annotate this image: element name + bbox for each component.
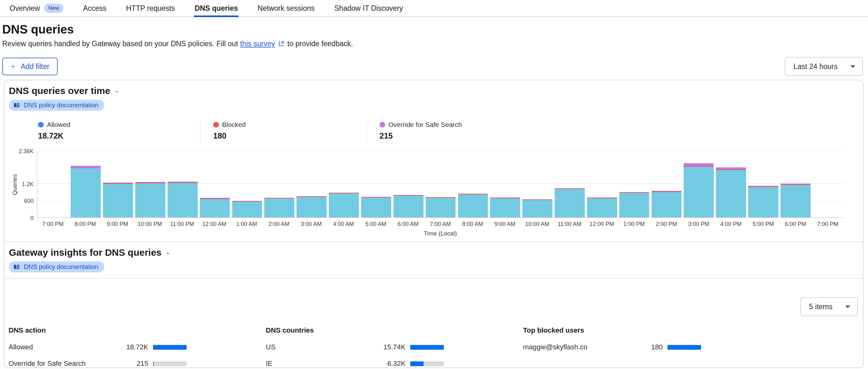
- row-bar-track: [668, 345, 701, 350]
- x-tick-label: 1:00 AM: [230, 221, 263, 228]
- x-tick-label: 6:00 AM: [392, 221, 424, 228]
- chart-plot-area[interactable]: [37, 151, 844, 218]
- bar-slot[interactable]: [102, 151, 134, 217]
- add-filter-button[interactable]: + Add filter: [2, 58, 58, 75]
- row-label: US: [266, 343, 379, 351]
- y-axis-title: Queries: [11, 174, 19, 195]
- bar-slot[interactable]: [263, 151, 296, 217]
- bar-segment-allowed: [297, 197, 327, 217]
- table-row[interactable]: IE6.32K: [266, 360, 444, 367]
- x-tick-label: 3:00 AM: [295, 221, 327, 228]
- bar-slot[interactable]: [650, 151, 683, 217]
- bar-slot[interactable]: [392, 151, 425, 217]
- chevron-down-icon: [845, 305, 850, 308]
- filter-toolbar: + Add filter Last 24 hours: [0, 57, 868, 76]
- collapse-toggle[interactable]: -: [115, 87, 118, 96]
- dns-policy-doc-link[interactable]: DNS policy documentation: [9, 261, 104, 272]
- table-row[interactable]: Allowed18.72K: [8, 343, 187, 351]
- tab-overview[interactable]: Overview New: [9, 0, 64, 16]
- x-tick-label: 1:00 PM: [618, 221, 650, 228]
- bar-slot[interactable]: [715, 151, 747, 217]
- tab-network-sessions[interactable]: Network sessions: [257, 0, 315, 16]
- bar-slot[interactable]: [134, 151, 167, 217]
- bar-slot[interactable]: [231, 151, 263, 217]
- bar-slot[interactable]: [683, 151, 715, 217]
- x-tick-label: 10:00 PM: [134, 221, 166, 228]
- book-icon: [13, 102, 20, 109]
- bar-segment-override-for-safe-search: [71, 166, 101, 168]
- bar-slot[interactable]: [425, 151, 457, 217]
- row-bar-track: [410, 345, 444, 350]
- bar-slot[interactable]: [812, 151, 844, 217]
- stacked-bar: [555, 188, 585, 217]
- stacked-bar: [619, 192, 649, 217]
- bar-segment-allowed: [329, 193, 359, 217]
- stacked-bar: [522, 199, 553, 217]
- bar-segment-allowed: [522, 200, 553, 217]
- bar-slot[interactable]: [457, 151, 489, 217]
- stacked-bar: [652, 191, 682, 217]
- bar-segment-allowed: [490, 198, 520, 217]
- x-tick-label: 2:00 PM: [650, 221, 683, 228]
- items-count-value: 5 items: [809, 303, 833, 311]
- bar-segment-allowed: [71, 168, 101, 217]
- items-count-select[interactable]: 5 items: [800, 297, 858, 316]
- tab-http-requests[interactable]: HTTP requests: [125, 0, 176, 16]
- bar-slot[interactable]: [296, 151, 328, 217]
- tab-overview-label: Overview: [9, 4, 40, 13]
- stacked-bar: [297, 196, 327, 217]
- tab-access[interactable]: Access: [82, 0, 107, 16]
- bar-slot[interactable]: [747, 151, 780, 217]
- tab-shadow-it-discovery-label: Shadow IT Discovery: [334, 4, 403, 13]
- bar-segment-allowed: [587, 198, 617, 217]
- bar-slot[interactable]: [198, 151, 231, 217]
- insights-table-top-blocked-users: Top blocked usersmaggie@skyflash.co180: [523, 326, 701, 367]
- x-tick-label: 3:00 PM: [682, 221, 715, 228]
- dns-policy-doc-link[interactable]: DNS policy documentation: [9, 100, 104, 111]
- bar-slot[interactable]: [521, 151, 554, 217]
- stacked-bar: [748, 186, 778, 217]
- row-bar-fill: [668, 345, 701, 350]
- row-label: IE: [266, 360, 379, 368]
- bar-slot[interactable]: [70, 151, 102, 217]
- bar-slot[interactable]: [586, 151, 618, 217]
- x-axis-title: Time (Local): [37, 230, 844, 237]
- gridline: [37, 150, 844, 151]
- gateway-insights-section: Gateway insights for DNS queries - DNS p…: [4, 242, 863, 278]
- bar-slot[interactable]: [779, 151, 812, 217]
- stacked-bar: [232, 201, 262, 217]
- tab-shadow-it-discovery[interactable]: Shadow IT Discovery: [334, 0, 404, 16]
- legend-label: Override for Safe Search: [389, 121, 462, 129]
- page-description: Review queries handled by Gateway based …: [2, 39, 859, 48]
- tab-dns-queries[interactable]: DNS queries: [194, 0, 239, 16]
- survey-link[interactable]: this survey: [240, 39, 275, 48]
- collapse-toggle[interactable]: -: [167, 248, 169, 258]
- stacked-bar: [587, 198, 617, 217]
- bar-segment-allowed: [167, 183, 198, 217]
- table-row[interactable]: US15.74K: [266, 343, 444, 351]
- bar-slot[interactable]: [554, 151, 586, 217]
- bar-slot[interactable]: [37, 151, 70, 217]
- page-header: DNS queries Review queries handled by Ga…: [0, 17, 868, 48]
- bar-slot[interactable]: [166, 151, 198, 217]
- y-tick-label: 2.36K: [19, 148, 34, 155]
- bar-slot[interactable]: [618, 151, 650, 217]
- bar-slot[interactable]: [489, 151, 521, 217]
- y-tick-label: 0: [30, 215, 34, 222]
- bar-segment-allowed: [103, 184, 133, 217]
- allowed-dot-icon: [38, 122, 44, 128]
- bar-slot[interactable]: [328, 151, 360, 217]
- table-row[interactable]: maggie@skyflash.co180: [523, 343, 701, 351]
- table-row[interactable]: Override for Safe Search215: [8, 360, 187, 367]
- bar-segment-allowed: [555, 189, 585, 217]
- time-range-select[interactable]: Last 24 hours: [785, 57, 863, 76]
- bar-slot[interactable]: [360, 151, 392, 217]
- bar-segment-allowed: [684, 167, 714, 217]
- blocked-dot-icon: [213, 122, 219, 128]
- stacked-bar: [71, 166, 101, 217]
- description-prefix: Review queries handled by Gateway based …: [2, 39, 238, 48]
- y-axis-ticks: 06001.2K2.36K: [21, 151, 37, 218]
- stacked-bar: [200, 198, 230, 217]
- add-filter-label: Add filter: [21, 62, 50, 71]
- x-tick-label: 5:00 AM: [360, 221, 392, 228]
